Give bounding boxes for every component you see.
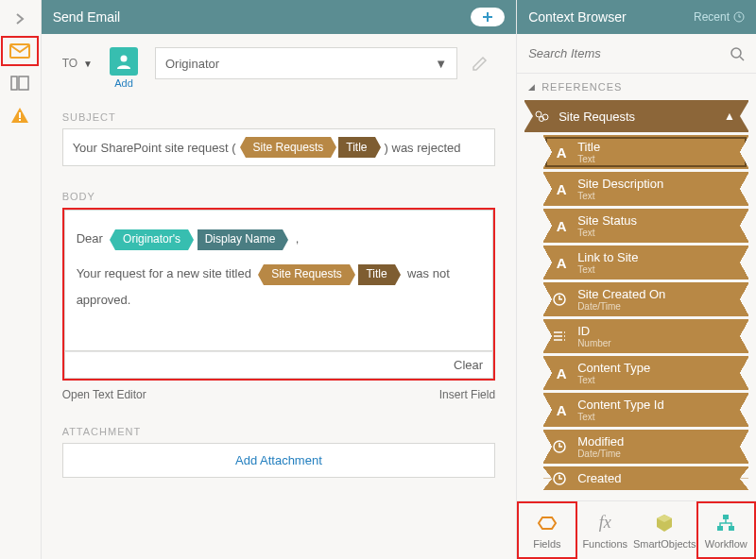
add-tab-button[interactable] — [471, 8, 505, 26]
text-type-icon: A — [553, 365, 570, 381]
datetime-type-icon — [553, 293, 570, 306]
add-recipient[interactable]: Add — [110, 47, 138, 89]
insert-field-link[interactable]: Insert Field — [439, 388, 495, 401]
ref-item[interactable]: Created — [543, 466, 748, 490]
ref-item-name: ID — [577, 324, 590, 338]
svg-rect-3 — [19, 112, 21, 118]
ref-item[interactable]: ATitleText — [543, 135, 748, 169]
search-row — [517, 34, 756, 74]
body-editor[interactable]: Dear Originator's Display Name , Your re… — [64, 210, 494, 351]
layout-icon[interactable] — [1, 68, 39, 98]
ref-item-name: Title — [577, 140, 600, 154]
email-step-icon[interactable] — [1, 36, 39, 66]
ref-item-type: Text — [577, 228, 637, 238]
functions-icon: fx — [593, 512, 617, 534]
open-text-editor-link[interactable]: Open Text Editor — [62, 388, 146, 401]
token-title[interactable]: Title — [338, 137, 374, 158]
tab-workflow[interactable]: Workflow — [696, 501, 756, 559]
text-type-icon: A — [553, 181, 570, 197]
text-type-icon: A — [553, 218, 570, 234]
context-header: Context Browser Recent — [517, 0, 756, 34]
group-site-requests[interactable]: Site Requests ▲ — [524, 100, 748, 132]
body-region-highlight: Dear Originator's Display Name , Your re… — [62, 208, 496, 381]
chevron-down-icon: ▼ — [435, 57, 447, 71]
ref-item-name: Site Status — [577, 213, 637, 228]
person-icon — [110, 47, 138, 76]
datetime-type-icon — [553, 440, 570, 453]
ref-item-type: Text — [577, 191, 663, 201]
svg-rect-14 — [723, 515, 729, 519]
rail-collapse-button[interactable] — [0, 4, 41, 34]
clock-icon — [733, 11, 745, 23]
datetime-type-icon — [553, 472, 570, 485]
to-value-dropdown[interactable]: Originator ▼ — [155, 47, 457, 79]
svg-rect-1 — [11, 76, 17, 90]
ref-item-name: Created — [577, 471, 621, 485]
text-type-icon: A — [553, 402, 570, 418]
ref-item-name: Site Created On — [577, 287, 665, 301]
chevron-up-icon: ▲ — [724, 110, 735, 123]
ref-item[interactable]: ModifiedDate/Time — [543, 430, 748, 464]
text-type-icon: A — [553, 255, 570, 271]
send-email-panel: Send Email TO ▼ Add Origin — [42, 0, 517, 559]
svg-point-8 — [536, 111, 541, 117]
to-label[interactable]: TO ▼ — [62, 47, 93, 70]
recent-link[interactable]: Recent — [694, 10, 745, 24]
smartobjects-icon — [652, 512, 677, 534]
tab-functions[interactable]: fx Functions — [577, 501, 633, 559]
tab-fields[interactable]: Fields — [517, 501, 576, 559]
ref-item[interactable]: AContent Type IdText — [543, 393, 748, 427]
text-type-icon: A — [553, 144, 570, 161]
attachment-label: ATTACHMENT — [62, 426, 496, 437]
ref-item-type: Text — [577, 375, 650, 385]
ref-item[interactable]: AContent TypeText — [543, 356, 748, 390]
panel-header: Send Email — [42, 0, 517, 34]
clear-button[interactable]: Clear — [64, 351, 494, 379]
svg-rect-2 — [19, 76, 28, 90]
ref-item-type: Date/Time — [577, 449, 624, 459]
panel-title: Send Email — [53, 9, 121, 25]
search-input[interactable] — [528, 46, 730, 60]
collapse-icon: ◢ — [528, 82, 536, 92]
ref-item[interactable]: ASite DescriptionText — [543, 172, 748, 206]
subject-label: SUBJECT — [62, 111, 496, 123]
sharepoint-icon — [534, 110, 551, 123]
fields-icon — [535, 512, 559, 534]
ref-item-name: Site Description — [577, 177, 663, 191]
subject-field[interactable]: Your SharePoint site request ( Site Requ… — [62, 128, 496, 166]
chevron-down-icon: ▼ — [83, 59, 93, 69]
token-site-requests[interactable]: Site Requests — [246, 137, 332, 158]
svg-rect-4 — [19, 119, 21, 121]
search-icon[interactable] — [730, 46, 745, 61]
token-display-name[interactable]: Display Name — [198, 229, 284, 250]
ref-item-type: Number — [577, 338, 611, 348]
body-label: BODY — [62, 191, 496, 202]
token-site-requests[interactable]: Site Requests — [264, 264, 350, 285]
number-type-icon — [553, 330, 570, 342]
svg-point-7 — [731, 48, 741, 58]
edit-icon[interactable] — [465, 48, 495, 78]
token-originators[interactable]: Originator's — [115, 229, 188, 250]
context-browser: Context Browser Recent ◢ REFERENCES Site… — [516, 0, 756, 559]
token-title[interactable]: Title — [358, 264, 394, 285]
svg-rect-15 — [717, 526, 723, 531]
workflow-icon — [713, 512, 738, 534]
ref-item-name: Link to Site — [577, 250, 638, 264]
svg-point-5 — [120, 56, 127, 62]
ref-item-type: Text — [577, 264, 638, 275]
tab-smartobjects[interactable]: SmartObjects — [633, 501, 696, 559]
ref-item-type: Text — [577, 154, 600, 164]
ref-item[interactable]: Site Created OnDate/Time — [543, 282, 748, 316]
references-header[interactable]: ◢ REFERENCES — [517, 74, 756, 100]
left-rail — [0, 0, 42, 559]
ref-item[interactable]: IDNumber — [543, 319, 748, 353]
ref-item-type: Text — [577, 412, 664, 422]
ref-item-name: Content Type — [577, 361, 650, 375]
ref-item[interactable]: ALink to SiteText — [543, 246, 748, 280]
add-attachment-button[interactable]: Add Attachment — [62, 443, 496, 478]
context-tabs: Fields fx Functions SmartObjects Workflo… — [517, 500, 756, 559]
ref-item-type: Date/Time — [577, 301, 665, 312]
ref-item-name: Content Type Id — [577, 398, 664, 412]
ref-item[interactable]: ASite StatusText — [543, 209, 748, 243]
warning-icon[interactable] — [1, 100, 39, 130]
